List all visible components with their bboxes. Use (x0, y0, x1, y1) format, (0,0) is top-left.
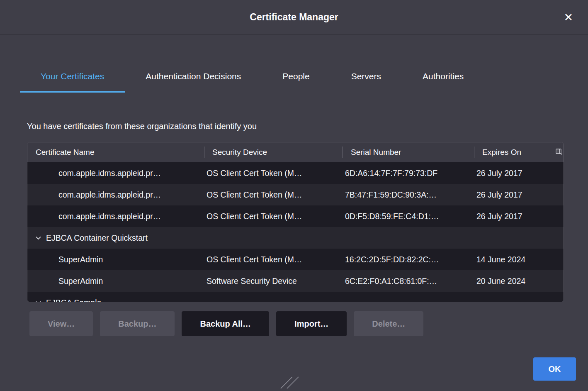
tab-servers[interactable]: Servers (330, 61, 402, 93)
table-row[interactable]: SuperAdmin OS Client Cert Token (M… 16:2… (27, 249, 564, 270)
cell-expires-on: 14 June 2024 (474, 255, 555, 264)
import-button[interactable]: Import… (276, 311, 347, 336)
column-picker-button[interactable] (555, 142, 564, 162)
tab-authorities[interactable]: Authorities (402, 61, 484, 93)
cell-security-device: OS Client Cert Token (M… (204, 169, 343, 178)
titlebar: Certificate Manager ✕ (0, 0, 588, 34)
cell-security-device: Software Security Device (204, 276, 343, 286)
column-header-expires-on[interactable]: Expires On (474, 142, 555, 162)
cell-serial-number: 7B:47:F1:59:DC:90:3A:… (343, 190, 474, 200)
cell-security-device: OS Client Cert Token (M… (204, 190, 343, 200)
ok-button[interactable]: OK (533, 357, 576, 381)
action-buttons: View… Backup… Backup All… Import… Delete… (29, 311, 564, 336)
chevron-down-icon[interactable] (36, 301, 41, 303)
cell-expires-on: 20 June 2024 (474, 276, 555, 286)
backup-all-button[interactable]: Backup All… (182, 311, 269, 336)
column-picker-icon (556, 148, 563, 157)
view-button[interactable]: View… (29, 311, 93, 336)
table-row[interactable]: com.apple.idms.appleid.pr… OS Client Cer… (27, 184, 564, 205)
cell-expires-on: 26 July 2017 (474, 212, 555, 221)
cell-certificate-name: com.apple.idms.appleid.pr… (27, 190, 204, 200)
close-button[interactable]: ✕ (559, 9, 577, 25)
cell-expires-on: 26 July 2017 (474, 190, 555, 200)
column-header-serial-number[interactable]: Serial Number (343, 142, 474, 162)
column-header-certificate-name[interactable]: Certificate Name (27, 142, 204, 162)
backup-button[interactable]: Backup… (100, 311, 175, 336)
cell-serial-number: 0D:F5:D8:59:FE:C4:D1:… (343, 212, 474, 221)
cell-certificate-name: com.apple.idms.appleid.pr… (27, 212, 204, 221)
table-row[interactable]: com.apple.idms.appleid.pr… OS Client Cer… (27, 205, 564, 227)
table-header: Certificate Name Security Device Serial … (27, 142, 564, 162)
tab-authentication-decisions[interactable]: Authentication Decisions (125, 61, 262, 93)
close-icon: ✕ (564, 11, 573, 24)
certificate-manager-dialog: Certificate Manager ✕ Your Certificates … (0, 0, 588, 336)
table-row[interactable]: SuperAdmin Software Security Device 6C:E… (27, 270, 564, 292)
tab-panel-your-certificates: You have certificates from these organiz… (0, 122, 588, 336)
group-label: EJBCA Sample (46, 298, 101, 303)
delete-button[interactable]: Delete… (354, 311, 423, 336)
cell-serial-number: 16:2C:2D:5F:DD:82:2C:… (343, 255, 474, 264)
group-row[interactable]: EJBCA Sample (27, 292, 564, 302)
cell-serial-number: 6C:E2:F0:A1:C8:61:0F:… (343, 276, 474, 286)
tab-your-certificates[interactable]: Your Certificates (20, 61, 125, 93)
cell-serial-number: 6D:A6:14:7F:7F:79:73:DF (343, 169, 474, 178)
cell-security-device: OS Client Cert Token (M… (204, 255, 343, 264)
column-header-security-device[interactable]: Security Device (204, 142, 343, 162)
certificates-table: Certificate Name Security Device Serial … (27, 142, 564, 302)
group-row[interactable]: EJBCA Container Quickstart (27, 227, 564, 249)
resize-grip-icon[interactable] (279, 376, 301, 391)
cell-security-device: OS Client Cert Token (M… (204, 212, 343, 221)
cell-certificate-name: SuperAdmin (27, 276, 204, 286)
cell-expires-on: 26 July 2017 (474, 169, 555, 178)
chevron-down-icon[interactable] (36, 236, 41, 240)
intro-text: You have certificates from these organiz… (27, 122, 564, 131)
cell-certificate-name: com.apple.idms.appleid.pr… (27, 169, 204, 178)
group-label: EJBCA Container Quickstart (46, 233, 148, 243)
table-row[interactable]: com.apple.idms.appleid.pr… OS Client Cer… (27, 162, 564, 184)
tab-people[interactable]: People (262, 61, 330, 93)
table-body: com.apple.idms.appleid.pr… OS Client Cer… (27, 162, 564, 302)
tab-bar: Your Certificates Authentication Decisio… (20, 61, 588, 93)
cell-certificate-name: SuperAdmin (27, 255, 204, 264)
dialog-title: Certificate Manager (250, 12, 338, 23)
